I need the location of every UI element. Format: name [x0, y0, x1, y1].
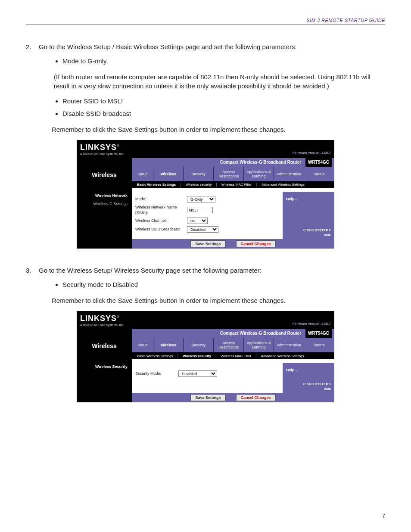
tab-admin[interactable]: Administration	[274, 338, 304, 352]
subtab-mac[interactable]: Wireless MAC Filter	[218, 354, 255, 358]
page-header: SIM 3 REMOTE STARTUP GUIDE	[26, 13, 385, 25]
broadcast-label: Wireless SSID Broadcast:	[135, 227, 187, 232]
channel-label: Wireless Channel:	[135, 218, 187, 224]
bullet: Disable SSID broadcast	[62, 107, 385, 120]
subtab-mac[interactable]: Wireless MAC Filter	[218, 182, 255, 187]
step-3: 3. Go to the Wireless Setup/ Wireless Se…	[26, 266, 385, 305]
product-name: Compact Wireless-G Broadband Router	[220, 330, 301, 336]
settings-form: Security Mode: Disabled	[132, 363, 283, 393]
save-button[interactable]: Save Settings	[190, 240, 225, 247]
model-number: WRT54GC	[305, 158, 332, 167]
tab-security[interactable]: Security	[184, 338, 214, 352]
settings-form: Mode: G-Only Wireless Network Name (SSID…	[132, 192, 283, 239]
tab-admin[interactable]: Administration	[274, 167, 304, 181]
router-panel-1: LINKSYS® A Division of Cisco Systems, In…	[77, 140, 334, 249]
tab-access[interactable]: Access Restrictions	[214, 338, 244, 352]
step-2: 2. Go to the Wireless Setup / Basic Wire…	[26, 42, 385, 134]
cancel-button[interactable]: Cancel Changes	[236, 394, 276, 401]
step2-remember: Remember to click the Save Settings butt…	[52, 125, 385, 134]
section-title: Wireless	[77, 338, 132, 358]
model-number: WRT54GC	[305, 329, 332, 338]
nav-tabs: Setup Wireless Security Access Restricti…	[132, 338, 334, 352]
help-panel: Help... CISCO SYSTEMS ııllıı.ıılllıı.	[283, 192, 334, 239]
security-mode-label: Security Mode:	[135, 371, 178, 376]
product-name: Compact Wireless-G Broadband Router	[220, 159, 301, 165]
cisco-logo: CISCO SYSTEMS ııllıı.ıılllıı.	[303, 382, 331, 391]
step-text: Go to the Wireless Setup / Basic Wireles…	[39, 43, 297, 50]
side-label: Wireless Network	[77, 192, 132, 200]
tab-setup[interactable]: Setup	[132, 338, 153, 352]
guide-title: SIM 3 REMOTE STARTUP GUIDE	[306, 18, 385, 23]
subtab-basic[interactable]: Basic Wireless Settings	[134, 182, 179, 187]
tab-wireless[interactable]: Wireless	[153, 167, 184, 181]
mode-label: Mode:	[135, 196, 187, 202]
step-text: Go to the Wireless Setup/ Wireless Secur…	[39, 267, 262, 274]
nav-tabs: Setup Wireless Security Access Restricti…	[132, 167, 334, 181]
ssid-label: Wireless Network Name (SSID):	[135, 205, 187, 215]
step-number: 3.	[26, 266, 31, 275]
subnav: Basic Wireless Settings| Wireless securi…	[132, 352, 334, 359]
brand: LINKSYS® A Division of Cisco Systems, In…	[80, 142, 124, 156]
cisco-logo: CISCO SYSTEMS ııllıı.ıılllıı.	[303, 228, 331, 237]
side-label: Wireless-G Settings	[77, 200, 132, 208]
brand: LINKSYS® A Division of Cisco Systems, In…	[80, 313, 124, 327]
step-number: 2.	[26, 42, 31, 51]
firmware-version: Firmware Version: 1.00.7	[293, 150, 331, 156]
subtab-wsec[interactable]: Wireless security	[182, 182, 215, 187]
bullet: Mode to G-only.	[62, 55, 385, 67]
bullet: Router SSID to MSLI	[62, 95, 385, 107]
tab-security[interactable]: Security	[184, 167, 214, 181]
tab-status[interactable]: Status	[304, 338, 334, 352]
tab-setup[interactable]: Setup	[132, 167, 153, 181]
router-panel-2: LINKSYS® A Division of Cisco Systems, In…	[77, 311, 334, 402]
section-title: Wireless	[77, 167, 132, 187]
cancel-button[interactable]: Cancel Changes	[236, 240, 276, 247]
step3-remember: Remember to click the Save Settings butt…	[52, 296, 385, 305]
help-panel: Help... CISCO SYSTEMS ııllıı.ıılllıı.	[283, 363, 334, 393]
mode-select[interactable]: G-Only	[187, 196, 215, 202]
broadcast-select[interactable]: Disabled	[187, 226, 218, 233]
tab-apps[interactable]: Applications & Gaming	[244, 338, 274, 352]
tab-wireless[interactable]: Wireless	[153, 338, 184, 352]
security-mode-select[interactable]: Disabled	[178, 370, 217, 377]
firmware-version: Firmware Version: 1.00.7	[293, 321, 331, 327]
tab-status[interactable]: Status	[304, 167, 334, 181]
ssid-input[interactable]	[187, 207, 213, 213]
bullet: Security mode to Disabled	[62, 278, 385, 291]
subtab-basic[interactable]: Basic Wireless Settings	[134, 354, 177, 358]
step2-note: (If both router and remote computer are …	[54, 72, 385, 90]
subtab-advanced[interactable]: Advanced Wireless Settings	[258, 182, 308, 187]
tab-apps[interactable]: Applications & Gaming	[244, 167, 274, 181]
subtab-wsec[interactable]: Wireless security	[179, 354, 215, 358]
help-link[interactable]: Help...	[286, 197, 298, 201]
channel-select[interactable]: 06	[187, 218, 208, 224]
help-link[interactable]: Help...	[286, 368, 298, 372]
subtab-advanced[interactable]: Advanced Wireless Settings	[258, 354, 308, 358]
tab-access[interactable]: Access Restrictions	[214, 167, 244, 181]
subnav: Basic Wireless Settings| Wireless securi…	[132, 181, 334, 188]
save-button[interactable]: Save Settings	[190, 394, 225, 401]
side-label: Wireless Security	[77, 363, 132, 371]
